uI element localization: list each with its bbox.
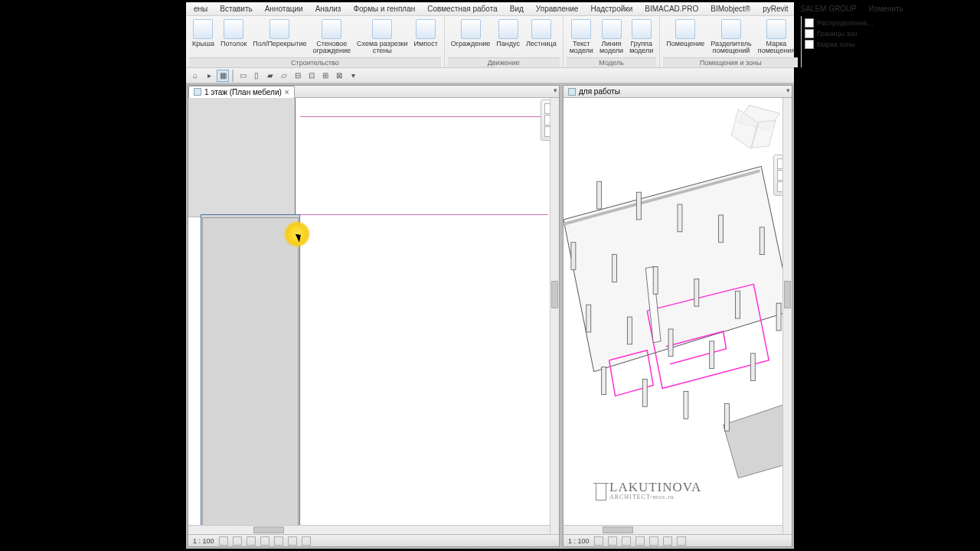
stair-button[interactable]: Лестница — [523, 18, 560, 49]
model-text-button[interactable]: Текст модели — [567, 18, 596, 56]
detail-level-icon[interactable] — [219, 536, 228, 546]
menu-item[interactable]: Совместная работа — [421, 4, 504, 14]
tab-dropdown-icon[interactable]: ▾ — [786, 86, 790, 94]
tag-icon — [766, 19, 786, 39]
stair-icon — [531, 19, 551, 39]
scrollbar-horizontal[interactable] — [188, 525, 550, 534]
sun-path-icon[interactable] — [247, 536, 256, 546]
mullion-button[interactable]: Импост — [411, 18, 441, 56]
menu-item[interactable]: Вставить — [214, 4, 258, 14]
model-canvas[interactable]: LAKUTINOVA ARCHITECT-mos.ru — [564, 98, 792, 534]
menu-item[interactable]: Надстройки — [584, 4, 639, 14]
ceiling-button[interactable]: Потолок — [217, 18, 250, 56]
home-icon[interactable]: ⌂ — [189, 70, 201, 82]
ribbon-group-rooms: Помещение Разделитель помещений Марка по… — [660, 16, 802, 67]
zone-tag-icon — [805, 40, 814, 49]
cut-icon[interactable]: ▯ — [250, 70, 263, 82]
detail-level-icon[interactable] — [594, 536, 603, 546]
visual-style-icon[interactable] — [608, 536, 617, 546]
shadows-icon[interactable] — [635, 536, 645, 546]
watermark-name: LAKUTINOVA — [609, 480, 701, 495]
measure-icon[interactable]: ⊡ — [305, 70, 318, 82]
room-tag-button[interactable]: Марка помещения — [755, 18, 798, 56]
svg-rect-7 — [719, 215, 724, 243]
tab-plan[interactable]: 1 этаж (План мебели) × — [188, 86, 295, 98]
menu-bar: ены Вставить Аннотации Анализ Формы и ге… — [186, 2, 794, 16]
view-plan: 1 этаж (План мебели) × ▾ — [188, 85, 560, 547]
scroll-thumb[interactable] — [551, 281, 558, 308]
menu-item[interactable]: Изменить — [863, 4, 910, 14]
visual-style-icon[interactable] — [233, 536, 242, 546]
room-separator-button[interactable]: Разделитель помещений — [707, 18, 754, 56]
grid-line — [300, 214, 548, 215]
model-drawing — [564, 98, 792, 523]
dimension-icon[interactable]: ⊞ — [319, 70, 332, 82]
scrollbar-vertical[interactable] — [782, 98, 792, 534]
area-button[interactable]: Распределенна… — [805, 18, 874, 28]
scale-label[interactable]: 1 : 100 — [568, 537, 590, 545]
svg-rect-12 — [694, 279, 699, 306]
ribbon-group-circulation: Ограждение Пандус Лестница Движение — [445, 16, 564, 67]
reveal-icon[interactable] — [677, 536, 686, 546]
scroll-thumb[interactable] — [253, 527, 284, 533]
model-group-button[interactable]: Группа модели — [626, 18, 656, 56]
sun-path-icon[interactable] — [622, 536, 631, 546]
separator-icon — [721, 19, 741, 39]
tab-label: 1 этаж (План мебели) — [204, 88, 282, 96]
scrollbar-vertical[interactable] — [550, 98, 559, 534]
scale-label[interactable]: 1 : 100 — [193, 537, 214, 545]
dropdown-icon[interactable]: ▾ — [347, 70, 359, 82]
zone-tag-button[interactable]: Марка зоны — [805, 40, 874, 49]
roof-button[interactable]: Крыша — [189, 18, 217, 56]
join-icon[interactable]: ▰ — [264, 70, 276, 82]
floor-button[interactable]: Пол/Перекрытие — [250, 18, 309, 56]
tag-icon[interactable]: ⊠ — [333, 70, 345, 82]
close-icon[interactable]: × — [285, 88, 289, 96]
menu-item[interactable]: SALEM GROUP — [795, 4, 863, 14]
svg-rect-5 — [636, 192, 641, 220]
scrollbar-horizontal[interactable] — [564, 525, 782, 534]
hide-icon[interactable] — [288, 536, 297, 546]
svg-rect-11 — [653, 267, 658, 295]
align-icon[interactable]: ▭ — [237, 70, 249, 82]
menu-item[interactable]: ены — [188, 4, 214, 14]
boundary-icon — [805, 29, 814, 38]
scroll-thumb[interactable] — [603, 527, 633, 533]
hide-icon[interactable] — [663, 536, 672, 546]
svg-rect-13 — [735, 291, 740, 318]
reveal-icon[interactable] — [302, 536, 311, 546]
menu-item[interactable]: BIMobject® — [704, 4, 756, 14]
curtain-wall-button[interactable]: Стеновое ограждение — [309, 18, 354, 56]
zone-boundary-button[interactable]: Границы зон — [805, 29, 874, 38]
ribbon-group-model: Текст модели Линия модели Группа модели … — [564, 16, 661, 67]
pin-icon[interactable]: ⊟ — [292, 70, 304, 82]
thin-lines-icon[interactable]: ▦ — [217, 70, 229, 82]
scroll-thumb[interactable] — [784, 281, 791, 308]
menu-item[interactable]: Анализ — [309, 4, 348, 14]
shadows-icon[interactable] — [260, 536, 270, 546]
menu-item[interactable]: Вид — [504, 4, 530, 14]
menu-item[interactable]: pyRevit — [756, 4, 794, 14]
svg-rect-16 — [627, 317, 632, 344]
plan-canvas[interactable] — [188, 98, 559, 534]
curtain-grid-button[interactable]: Схема разрезки стены — [354, 18, 411, 56]
view-3d: для работы ▾ — [563, 85, 792, 547]
menu-item[interactable]: Формы и генплан — [347, 4, 421, 14]
menu-item[interactable]: Управление — [530, 4, 585, 14]
ceiling-icon — [224, 19, 243, 39]
ramp-button[interactable]: Пандус — [493, 18, 523, 49]
model-line-button[interactable]: Линия модели — [596, 18, 626, 56]
crop-icon[interactable] — [274, 536, 283, 546]
room-button[interactable]: Помещение — [663, 18, 707, 56]
split-icon[interactable]: ▱ — [278, 70, 290, 82]
svg-rect-4 — [597, 181, 602, 209]
group-icon — [632, 19, 652, 39]
grid-line — [300, 116, 548, 117]
tab-3d[interactable]: для работы — [564, 86, 625, 98]
crop-icon[interactable] — [649, 536, 658, 546]
tab-dropdown-icon[interactable]: ▾ — [554, 86, 557, 94]
menu-item[interactable]: Аннотации — [259, 4, 309, 14]
arrow-icon[interactable]: ▸ — [203, 70, 215, 82]
railing-button[interactable]: Ограждение — [448, 18, 494, 49]
menu-item[interactable]: BIMACAD.PRO — [639, 4, 704, 14]
